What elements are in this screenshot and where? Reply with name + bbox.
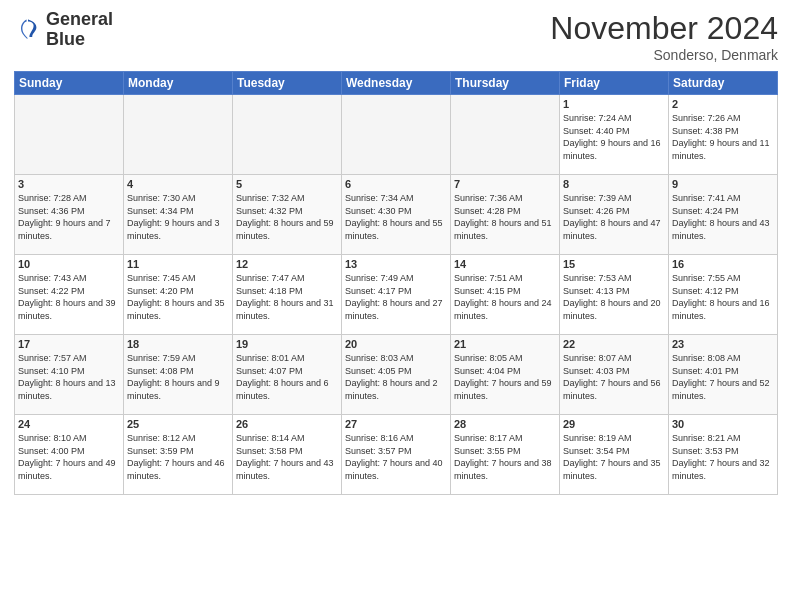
day-cell: 1Sunrise: 7:24 AM Sunset: 4:40 PM Daylig… bbox=[560, 95, 669, 175]
day-number: 12 bbox=[236, 258, 338, 270]
day-info: Sunrise: 7:30 AM Sunset: 4:34 PM Dayligh… bbox=[127, 192, 229, 242]
day-number: 2 bbox=[672, 98, 774, 110]
day-number: 16 bbox=[672, 258, 774, 270]
day-cell: 28Sunrise: 8:17 AM Sunset: 3:55 PM Dayli… bbox=[451, 415, 560, 495]
day-number: 14 bbox=[454, 258, 556, 270]
day-info: Sunrise: 7:57 AM Sunset: 4:10 PM Dayligh… bbox=[18, 352, 120, 402]
day-number: 19 bbox=[236, 338, 338, 350]
day-info: Sunrise: 7:24 AM Sunset: 4:40 PM Dayligh… bbox=[563, 112, 665, 162]
day-cell: 29Sunrise: 8:19 AM Sunset: 3:54 PM Dayli… bbox=[560, 415, 669, 495]
day-cell: 27Sunrise: 8:16 AM Sunset: 3:57 PM Dayli… bbox=[342, 415, 451, 495]
day-number: 4 bbox=[127, 178, 229, 190]
logo-line1: General bbox=[46, 10, 113, 30]
day-number: 25 bbox=[127, 418, 229, 430]
day-info: Sunrise: 8:16 AM Sunset: 3:57 PM Dayligh… bbox=[345, 432, 447, 482]
day-cell: 22Sunrise: 8:07 AM Sunset: 4:03 PM Dayli… bbox=[560, 335, 669, 415]
day-info: Sunrise: 7:26 AM Sunset: 4:38 PM Dayligh… bbox=[672, 112, 774, 162]
day-info: Sunrise: 7:45 AM Sunset: 4:20 PM Dayligh… bbox=[127, 272, 229, 322]
day-number: 28 bbox=[454, 418, 556, 430]
week-row-1: 1Sunrise: 7:24 AM Sunset: 4:40 PM Daylig… bbox=[15, 95, 778, 175]
day-cell bbox=[451, 95, 560, 175]
day-number: 10 bbox=[18, 258, 120, 270]
day-info: Sunrise: 8:01 AM Sunset: 4:07 PM Dayligh… bbox=[236, 352, 338, 402]
week-row-2: 3Sunrise: 7:28 AM Sunset: 4:36 PM Daylig… bbox=[15, 175, 778, 255]
day-cell: 30Sunrise: 8:21 AM Sunset: 3:53 PM Dayli… bbox=[669, 415, 778, 495]
day-cell: 8Sunrise: 7:39 AM Sunset: 4:26 PM Daylig… bbox=[560, 175, 669, 255]
day-cell: 4Sunrise: 7:30 AM Sunset: 4:34 PM Daylig… bbox=[124, 175, 233, 255]
day-info: Sunrise: 8:21 AM Sunset: 3:53 PM Dayligh… bbox=[672, 432, 774, 482]
day-info: Sunrise: 7:39 AM Sunset: 4:26 PM Dayligh… bbox=[563, 192, 665, 242]
day-number: 30 bbox=[672, 418, 774, 430]
day-info: Sunrise: 8:14 AM Sunset: 3:58 PM Dayligh… bbox=[236, 432, 338, 482]
week-row-4: 17Sunrise: 7:57 AM Sunset: 4:10 PM Dayli… bbox=[15, 335, 778, 415]
day-info: Sunrise: 8:05 AM Sunset: 4:04 PM Dayligh… bbox=[454, 352, 556, 402]
day-number: 8 bbox=[563, 178, 665, 190]
header: General Blue November 2024 Sonderso, Den… bbox=[14, 10, 778, 63]
day-number: 27 bbox=[345, 418, 447, 430]
day-info: Sunrise: 7:43 AM Sunset: 4:22 PM Dayligh… bbox=[18, 272, 120, 322]
day-number: 13 bbox=[345, 258, 447, 270]
column-header-friday: Friday bbox=[560, 72, 669, 95]
day-info: Sunrise: 7:47 AM Sunset: 4:18 PM Dayligh… bbox=[236, 272, 338, 322]
day-cell: 14Sunrise: 7:51 AM Sunset: 4:15 PM Dayli… bbox=[451, 255, 560, 335]
day-info: Sunrise: 8:08 AM Sunset: 4:01 PM Dayligh… bbox=[672, 352, 774, 402]
column-header-saturday: Saturday bbox=[669, 72, 778, 95]
logo-icon bbox=[14, 16, 42, 44]
day-info: Sunrise: 8:10 AM Sunset: 4:00 PM Dayligh… bbox=[18, 432, 120, 482]
column-header-thursday: Thursday bbox=[451, 72, 560, 95]
logo: General Blue bbox=[14, 10, 113, 50]
calendar: SundayMondayTuesdayWednesdayThursdayFrid… bbox=[14, 71, 778, 495]
day-cell: 6Sunrise: 7:34 AM Sunset: 4:30 PM Daylig… bbox=[342, 175, 451, 255]
week-row-3: 10Sunrise: 7:43 AM Sunset: 4:22 PM Dayli… bbox=[15, 255, 778, 335]
day-number: 24 bbox=[18, 418, 120, 430]
day-info: Sunrise: 8:17 AM Sunset: 3:55 PM Dayligh… bbox=[454, 432, 556, 482]
day-cell bbox=[124, 95, 233, 175]
day-info: Sunrise: 7:51 AM Sunset: 4:15 PM Dayligh… bbox=[454, 272, 556, 322]
day-number: 11 bbox=[127, 258, 229, 270]
day-number: 22 bbox=[563, 338, 665, 350]
day-number: 5 bbox=[236, 178, 338, 190]
logo-line2: Blue bbox=[46, 30, 113, 50]
day-info: Sunrise: 7:59 AM Sunset: 4:08 PM Dayligh… bbox=[127, 352, 229, 402]
day-number: 17 bbox=[18, 338, 120, 350]
day-number: 6 bbox=[345, 178, 447, 190]
week-row-5: 24Sunrise: 8:10 AM Sunset: 4:00 PM Dayli… bbox=[15, 415, 778, 495]
day-cell: 3Sunrise: 7:28 AM Sunset: 4:36 PM Daylig… bbox=[15, 175, 124, 255]
day-cell: 13Sunrise: 7:49 AM Sunset: 4:17 PM Dayli… bbox=[342, 255, 451, 335]
day-cell: 16Sunrise: 7:55 AM Sunset: 4:12 PM Dayli… bbox=[669, 255, 778, 335]
day-info: Sunrise: 7:55 AM Sunset: 4:12 PM Dayligh… bbox=[672, 272, 774, 322]
day-number: 21 bbox=[454, 338, 556, 350]
day-cell: 18Sunrise: 7:59 AM Sunset: 4:08 PM Dayli… bbox=[124, 335, 233, 415]
day-cell: 15Sunrise: 7:53 AM Sunset: 4:13 PM Dayli… bbox=[560, 255, 669, 335]
day-number: 7 bbox=[454, 178, 556, 190]
day-cell: 7Sunrise: 7:36 AM Sunset: 4:28 PM Daylig… bbox=[451, 175, 560, 255]
title-block: November 2024 Sonderso, Denmark bbox=[550, 10, 778, 63]
column-header-sunday: Sunday bbox=[15, 72, 124, 95]
day-info: Sunrise: 8:12 AM Sunset: 3:59 PM Dayligh… bbox=[127, 432, 229, 482]
day-number: 3 bbox=[18, 178, 120, 190]
day-number: 1 bbox=[563, 98, 665, 110]
page: General Blue November 2024 Sonderso, Den… bbox=[0, 0, 792, 612]
day-cell: 26Sunrise: 8:14 AM Sunset: 3:58 PM Dayli… bbox=[233, 415, 342, 495]
day-info: Sunrise: 7:53 AM Sunset: 4:13 PM Dayligh… bbox=[563, 272, 665, 322]
day-cell: 23Sunrise: 8:08 AM Sunset: 4:01 PM Dayli… bbox=[669, 335, 778, 415]
day-cell bbox=[15, 95, 124, 175]
month-title: November 2024 bbox=[550, 10, 778, 47]
day-number: 15 bbox=[563, 258, 665, 270]
day-number: 9 bbox=[672, 178, 774, 190]
day-cell: 10Sunrise: 7:43 AM Sunset: 4:22 PM Dayli… bbox=[15, 255, 124, 335]
day-cell: 17Sunrise: 7:57 AM Sunset: 4:10 PM Dayli… bbox=[15, 335, 124, 415]
day-info: Sunrise: 7:32 AM Sunset: 4:32 PM Dayligh… bbox=[236, 192, 338, 242]
day-cell: 11Sunrise: 7:45 AM Sunset: 4:20 PM Dayli… bbox=[124, 255, 233, 335]
day-info: Sunrise: 8:07 AM Sunset: 4:03 PM Dayligh… bbox=[563, 352, 665, 402]
column-header-monday: Monday bbox=[124, 72, 233, 95]
day-info: Sunrise: 8:03 AM Sunset: 4:05 PM Dayligh… bbox=[345, 352, 447, 402]
logo-text: General Blue bbox=[46, 10, 113, 50]
day-cell: 9Sunrise: 7:41 AM Sunset: 4:24 PM Daylig… bbox=[669, 175, 778, 255]
day-cell: 20Sunrise: 8:03 AM Sunset: 4:05 PM Dayli… bbox=[342, 335, 451, 415]
column-header-tuesday: Tuesday bbox=[233, 72, 342, 95]
day-cell: 21Sunrise: 8:05 AM Sunset: 4:04 PM Dayli… bbox=[451, 335, 560, 415]
day-number: 20 bbox=[345, 338, 447, 350]
day-cell: 5Sunrise: 7:32 AM Sunset: 4:32 PM Daylig… bbox=[233, 175, 342, 255]
day-info: Sunrise: 7:28 AM Sunset: 4:36 PM Dayligh… bbox=[18, 192, 120, 242]
